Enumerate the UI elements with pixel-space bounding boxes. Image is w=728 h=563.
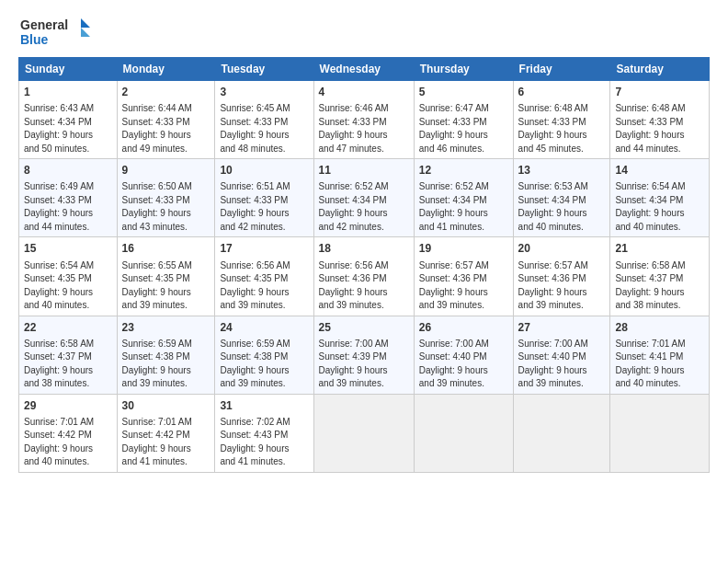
logo-icon bbox=[81, 18, 90, 28]
day-number: 7 bbox=[615, 85, 704, 99]
day-number: 16 bbox=[122, 241, 210, 256]
day-number: 15 bbox=[24, 241, 112, 256]
day-info: Sunrise: 6:56 AM Sunset: 4:36 PM Dayligh… bbox=[319, 260, 389, 311]
calendar-cell: 15Sunrise: 6:54 AM Sunset: 4:35 PM Dayli… bbox=[19, 237, 118, 316]
calendar-week-row: 22Sunrise: 6:58 AM Sunset: 4:37 PM Dayli… bbox=[19, 316, 710, 394]
day-info: Sunrise: 7:00 AM Sunset: 4:40 PM Dayligh… bbox=[518, 339, 588, 389]
day-number: 21 bbox=[615, 241, 704, 256]
col-header-friday: Friday bbox=[513, 58, 610, 81]
calendar-cell: 2Sunrise: 6:44 AM Sunset: 4:33 PM Daylig… bbox=[117, 81, 215, 159]
day-info: Sunrise: 7:01 AM Sunset: 4:41 PM Dayligh… bbox=[615, 339, 685, 389]
day-info: Sunrise: 6:50 AM Sunset: 4:33 PM Dayligh… bbox=[122, 181, 192, 232]
logo-svg: General Blue bbox=[18, 15, 92, 52]
calendar-week-row: 8Sunrise: 6:49 AM Sunset: 4:33 PM Daylig… bbox=[19, 159, 710, 237]
col-header-wednesday: Wednesday bbox=[313, 58, 414, 81]
day-number: 2 bbox=[122, 85, 210, 99]
calendar-cell: 28Sunrise: 7:01 AM Sunset: 4:41 PM Dayli… bbox=[610, 316, 710, 394]
calendar-week-row: 15Sunrise: 6:54 AM Sunset: 4:35 PM Dayli… bbox=[19, 237, 710, 316]
svg-text:Blue: Blue bbox=[20, 32, 49, 47]
calendar-cell: 22Sunrise: 6:58 AM Sunset: 4:37 PM Dayli… bbox=[19, 316, 118, 394]
day-number: 13 bbox=[518, 163, 606, 178]
day-number: 8 bbox=[24, 163, 112, 178]
day-info: Sunrise: 6:58 AM Sunset: 4:37 PM Dayligh… bbox=[615, 260, 685, 311]
calendar-cell: 4Sunrise: 6:46 AM Sunset: 4:33 PM Daylig… bbox=[313, 81, 414, 159]
day-info: Sunrise: 6:51 AM Sunset: 4:33 PM Dayligh… bbox=[220, 181, 290, 232]
day-info: Sunrise: 6:58 AM Sunset: 4:37 PM Dayligh… bbox=[24, 339, 94, 389]
day-info: Sunrise: 6:44 AM Sunset: 4:33 PM Dayligh… bbox=[122, 103, 192, 154]
day-number: 22 bbox=[24, 320, 112, 335]
day-number: 6 bbox=[518, 85, 606, 99]
calendar-cell: 26Sunrise: 7:00 AM Sunset: 4:40 PM Dayli… bbox=[414, 316, 513, 394]
calendar-cell: 18Sunrise: 6:56 AM Sunset: 4:36 PM Dayli… bbox=[313, 237, 414, 316]
calendar-week-row: 29Sunrise: 7:01 AM Sunset: 4:42 PM Dayli… bbox=[19, 394, 710, 472]
col-header-saturday: Saturday bbox=[610, 58, 710, 81]
day-number: 14 bbox=[615, 163, 704, 178]
day-info: Sunrise: 6:47 AM Sunset: 4:33 PM Dayligh… bbox=[419, 103, 489, 154]
calendar-cell: 1Sunrise: 6:43 AM Sunset: 4:34 PM Daylig… bbox=[19, 81, 118, 159]
day-number: 11 bbox=[319, 163, 409, 178]
day-number: 24 bbox=[220, 320, 308, 335]
svg-text:General: General bbox=[20, 17, 68, 32]
day-info: Sunrise: 7:01 AM Sunset: 4:42 PM Dayligh… bbox=[122, 417, 192, 467]
calendar-cell: 30Sunrise: 7:01 AM Sunset: 4:42 PM Dayli… bbox=[117, 394, 215, 472]
day-info: Sunrise: 7:00 AM Sunset: 4:40 PM Dayligh… bbox=[419, 339, 489, 389]
day-number: 5 bbox=[419, 85, 508, 99]
calendar-cell: 25Sunrise: 7:00 AM Sunset: 4:39 PM Dayli… bbox=[313, 316, 414, 394]
calendar-cell: 24Sunrise: 6:59 AM Sunset: 4:38 PM Dayli… bbox=[215, 316, 313, 394]
calendar-cell: 20Sunrise: 6:57 AM Sunset: 4:36 PM Dayli… bbox=[513, 237, 610, 316]
day-info: Sunrise: 6:57 AM Sunset: 4:36 PM Dayligh… bbox=[419, 260, 489, 311]
calendar-cell: 5Sunrise: 6:47 AM Sunset: 4:33 PM Daylig… bbox=[414, 81, 513, 159]
day-info: Sunrise: 6:43 AM Sunset: 4:34 PM Dayligh… bbox=[24, 103, 94, 154]
day-info: Sunrise: 6:52 AM Sunset: 4:34 PM Dayligh… bbox=[419, 181, 489, 232]
day-info: Sunrise: 6:57 AM Sunset: 4:36 PM Dayligh… bbox=[518, 260, 588, 311]
day-info: Sunrise: 7:02 AM Sunset: 4:43 PM Dayligh… bbox=[220, 417, 290, 467]
calendar-cell: 11Sunrise: 6:52 AM Sunset: 4:34 PM Dayli… bbox=[313, 159, 414, 237]
calendar-cell bbox=[414, 394, 513, 472]
day-number: 26 bbox=[419, 320, 508, 335]
calendar-cell: 29Sunrise: 7:01 AM Sunset: 4:42 PM Dayli… bbox=[19, 394, 118, 472]
day-number: 23 bbox=[122, 320, 210, 335]
calendar-cell: 13Sunrise: 6:53 AM Sunset: 4:34 PM Dayli… bbox=[513, 159, 610, 237]
day-number: 1 bbox=[24, 85, 112, 99]
logo-icon2 bbox=[81, 28, 90, 37]
day-number: 10 bbox=[220, 163, 308, 178]
calendar-cell: 27Sunrise: 7:00 AM Sunset: 4:40 PM Dayli… bbox=[513, 316, 610, 394]
calendar-cell: 31Sunrise: 7:02 AM Sunset: 4:43 PM Dayli… bbox=[215, 394, 313, 472]
calendar-cell: 17Sunrise: 6:56 AM Sunset: 4:35 PM Dayli… bbox=[215, 237, 313, 316]
day-number: 20 bbox=[518, 241, 606, 256]
day-info: Sunrise: 6:49 AM Sunset: 4:33 PM Dayligh… bbox=[24, 181, 94, 232]
day-number: 25 bbox=[319, 320, 409, 335]
page: General Blue SundayMondayTuesdayWednesda… bbox=[0, 0, 728, 563]
day-info: Sunrise: 6:54 AM Sunset: 4:34 PM Dayligh… bbox=[615, 181, 685, 232]
col-header-sunday: Sunday bbox=[19, 58, 118, 81]
calendar-cell: 14Sunrise: 6:54 AM Sunset: 4:34 PM Dayli… bbox=[610, 159, 710, 237]
calendar-cell: 9Sunrise: 6:50 AM Sunset: 4:33 PM Daylig… bbox=[117, 159, 215, 237]
day-number: 19 bbox=[419, 241, 508, 256]
calendar-week-row: 1Sunrise: 6:43 AM Sunset: 4:34 PM Daylig… bbox=[19, 81, 710, 159]
day-info: Sunrise: 6:59 AM Sunset: 4:38 PM Dayligh… bbox=[122, 339, 192, 389]
calendar-header-row: SundayMondayTuesdayWednesdayThursdayFrid… bbox=[19, 58, 710, 81]
calendar-cell bbox=[513, 394, 610, 472]
day-number: 30 bbox=[122, 398, 210, 413]
day-number: 4 bbox=[319, 85, 409, 99]
calendar-cell: 7Sunrise: 6:48 AM Sunset: 4:33 PM Daylig… bbox=[610, 81, 710, 159]
day-info: Sunrise: 6:46 AM Sunset: 4:33 PM Dayligh… bbox=[319, 103, 389, 154]
header: General Blue bbox=[18, 15, 710, 52]
day-info: Sunrise: 7:00 AM Sunset: 4:39 PM Dayligh… bbox=[319, 339, 389, 389]
calendar-cell: 23Sunrise: 6:59 AM Sunset: 4:38 PM Dayli… bbox=[117, 316, 215, 394]
day-number: 28 bbox=[615, 320, 704, 335]
day-info: Sunrise: 6:45 AM Sunset: 4:33 PM Dayligh… bbox=[220, 103, 290, 154]
calendar-cell: 8Sunrise: 6:49 AM Sunset: 4:33 PM Daylig… bbox=[19, 159, 118, 237]
day-info: Sunrise: 6:48 AM Sunset: 4:33 PM Dayligh… bbox=[615, 103, 685, 154]
day-info: Sunrise: 6:56 AM Sunset: 4:35 PM Dayligh… bbox=[220, 260, 290, 311]
calendar-cell: 10Sunrise: 6:51 AM Sunset: 4:33 PM Dayli… bbox=[215, 159, 313, 237]
day-number: 12 bbox=[419, 163, 508, 178]
calendar-cell: 16Sunrise: 6:55 AM Sunset: 4:35 PM Dayli… bbox=[117, 237, 215, 316]
calendar-cell bbox=[610, 394, 710, 472]
calendar-table: SundayMondayTuesdayWednesdayThursdayFrid… bbox=[18, 57, 710, 473]
day-number: 27 bbox=[518, 320, 606, 335]
day-info: Sunrise: 6:52 AM Sunset: 4:34 PM Dayligh… bbox=[319, 181, 389, 232]
calendar-cell: 12Sunrise: 6:52 AM Sunset: 4:34 PM Dayli… bbox=[414, 159, 513, 237]
day-info: Sunrise: 6:48 AM Sunset: 4:33 PM Dayligh… bbox=[518, 103, 588, 154]
col-header-tuesday: Tuesday bbox=[215, 58, 313, 81]
